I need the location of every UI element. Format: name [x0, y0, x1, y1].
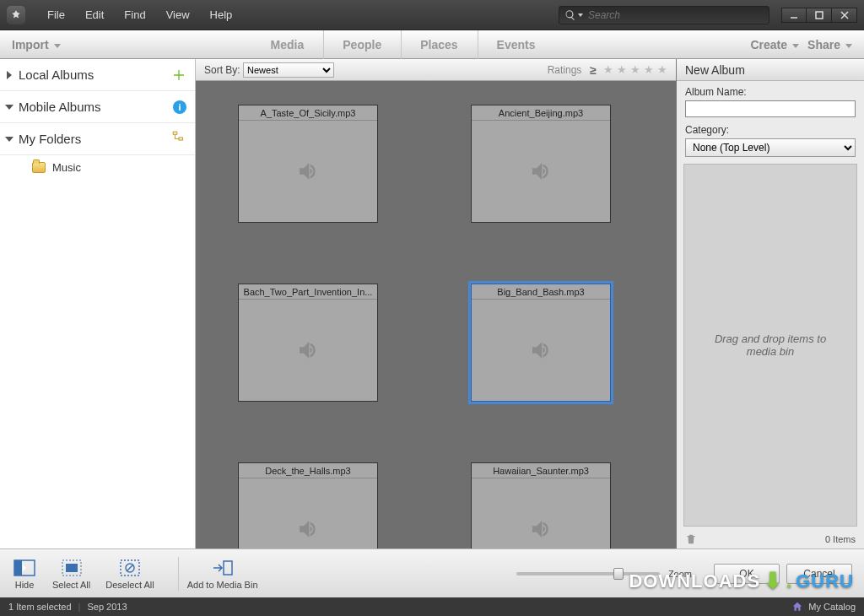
media-thumbnail[interactable]: Hawaiian_Saunter.mp3	[471, 462, 611, 548]
album-name-label: Album Name:	[685, 86, 856, 98]
sort-by-select[interactable]: Newest	[243, 62, 334, 78]
hide-panel-button[interactable]: Hide	[12, 558, 37, 590]
disclosure-triangle-icon	[7, 71, 12, 79]
media-grid-panel: Sort By: Newest Ratings ≥ ★ ★ ★ ★ ★ A_Ta…	[196, 59, 677, 548]
panel-title: New Album	[677, 59, 864, 81]
close-button[interactable]	[832, 8, 857, 23]
zoom-control: Zoom	[516, 569, 692, 579]
thumbnail-filename: Deck_the_Halls.mp3	[239, 463, 377, 478]
tab-bar: Import Media People Places Events Create…	[0, 30, 864, 59]
audio-icon	[472, 300, 610, 401]
window-controls	[781, 8, 857, 23]
left-sidebar: Local Albums Mobile Albums i My Folders …	[0, 59, 196, 548]
trash-icon[interactable]	[685, 533, 697, 545]
folder-tree-icon[interactable]	[171, 130, 186, 148]
audio-icon	[239, 478, 377, 548]
tab-places[interactable]: Places	[401, 30, 477, 59]
media-bin-dropzone[interactable]: Drag and drop items to media bin	[683, 164, 857, 527]
home-icon[interactable]	[791, 601, 803, 613]
menu-help[interactable]: Help	[200, 8, 243, 21]
maximize-button[interactable]	[807, 8, 832, 23]
disclosure-triangle-icon	[5, 105, 14, 110]
thumbnail-filename: Ancient_Beijing.mp3	[472, 105, 610, 121]
bottom-toolbar: Hide Select All Deselect All Add to Medi…	[0, 548, 864, 597]
search-scope-caret[interactable]	[578, 14, 583, 17]
sort-by-label: Sort By:	[204, 64, 240, 76]
media-thumbnail[interactable]: Big_Band_Bash.mp3	[471, 284, 611, 402]
sidebar-item-label: Music	[52, 161, 81, 174]
sidebar-my-folders[interactable]: My Folders	[0, 123, 195, 155]
right-panel: New Album Album Name: Category: None (To…	[677, 59, 864, 548]
search-input[interactable]	[588, 9, 764, 21]
sidebar-mobile-albums[interactable]: Mobile Albums i	[0, 91, 195, 123]
tab-people[interactable]: People	[323, 30, 401, 59]
media-thumbnail[interactable]: Deck_the_Halls.mp3	[238, 462, 378, 548]
audio-icon	[472, 121, 610, 222]
app-icon	[7, 6, 25, 24]
category-select[interactable]: None (Top Level)	[685, 138, 856, 157]
media-thumbnail[interactable]: Bach_Two_Part_Invention_In...	[238, 284, 378, 402]
svg-rect-1	[816, 12, 823, 19]
hide-icon	[12, 558, 37, 578]
album-name-input[interactable]	[685, 100, 856, 117]
select-all-icon	[59, 558, 84, 578]
sidebar-item-label: My Folders	[19, 132, 171, 146]
ratings-ge-icon[interactable]: ≥	[590, 63, 597, 77]
tab-events[interactable]: Events	[478, 30, 555, 59]
zoom-slider-knob[interactable]	[613, 568, 624, 580]
select-all-button[interactable]: Select All	[52, 558, 90, 590]
rating-star-1[interactable]: ★	[603, 63, 613, 76]
share-button[interactable]: Share	[807, 38, 852, 51]
tab-media[interactable]: Media	[251, 30, 324, 59]
audio-icon	[472, 478, 610, 548]
ok-button[interactable]: OK	[714, 564, 780, 584]
thumbnail-filename: Bach_Two_Part_Invention_In...	[239, 284, 377, 300]
svg-rect-4	[173, 132, 177, 134]
menu-bar: File Edit Find View Help	[0, 0, 864, 30]
menu-file[interactable]: File	[37, 8, 75, 21]
svg-rect-7	[14, 560, 22, 575]
zoom-slider[interactable]	[516, 572, 660, 575]
add-album-icon[interactable]	[171, 68, 186, 83]
sidebar-item-label: Mobile Albums	[19, 100, 173, 114]
disclosure-triangle-icon	[5, 137, 14, 142]
create-button[interactable]: Create	[750, 38, 799, 51]
deselect-all-icon	[117, 558, 143, 578]
ratings-label: Ratings	[548, 64, 582, 76]
zoom-label: Zoom	[668, 569, 692, 579]
search-box[interactable]	[559, 6, 770, 24]
menu-view[interactable]: View	[156, 8, 200, 21]
audio-icon	[239, 121, 377, 222]
menu-find[interactable]: Find	[114, 8, 155, 21]
import-button[interactable]: Import	[12, 38, 61, 51]
rating-star-2[interactable]: ★	[617, 63, 627, 76]
add-to-bin-icon	[210, 558, 235, 578]
deselect-all-button[interactable]: Deselect All	[105, 558, 154, 590]
media-bin-hint: Drag and drop items to media bin	[701, 332, 840, 358]
svg-rect-5	[179, 138, 183, 140]
rating-star-3[interactable]: ★	[630, 63, 640, 76]
svg-line-12	[127, 565, 133, 571]
status-selection: 1 Item selected	[8, 602, 72, 612]
cancel-button[interactable]: Cancel	[786, 564, 852, 584]
sidebar-local-albums[interactable]: Local Albums	[0, 59, 195, 91]
add-to-media-bin-button[interactable]: Add to Media Bin	[187, 558, 258, 590]
category-label: Category:	[685, 124, 856, 136]
grid-toolbar: Sort By: Newest Ratings ≥ ★ ★ ★ ★ ★	[196, 59, 676, 81]
svg-rect-13	[224, 561, 232, 575]
media-thumbnail[interactable]: A_Taste_Of_Sicily.mp3	[238, 105, 378, 223]
thumbnail-filename: Hawaiian_Saunter.mp3	[472, 463, 610, 478]
thumbnail-grid[interactable]: A_Taste_Of_Sicily.mp3Ancient_Beijing.mp3…	[196, 81, 676, 548]
media-thumbnail[interactable]: Ancient_Beijing.mp3	[471, 105, 611, 223]
rating-star-4[interactable]: ★	[644, 63, 654, 76]
minimize-button[interactable]	[781, 8, 807, 23]
audio-icon	[239, 300, 377, 401]
rating-star-5[interactable]: ★	[657, 63, 667, 76]
sidebar-item-label: Local Albums	[19, 68, 171, 82]
thumbnail-filename: A_Taste_Of_Sicily.mp3	[239, 105, 377, 121]
menu-edit[interactable]: Edit	[75, 8, 114, 21]
info-icon[interactable]: i	[173, 100, 186, 114]
folder-icon	[32, 162, 46, 173]
status-catalog: My Catalog	[808, 602, 856, 612]
sidebar-folder-music[interactable]: Music	[0, 155, 195, 179]
